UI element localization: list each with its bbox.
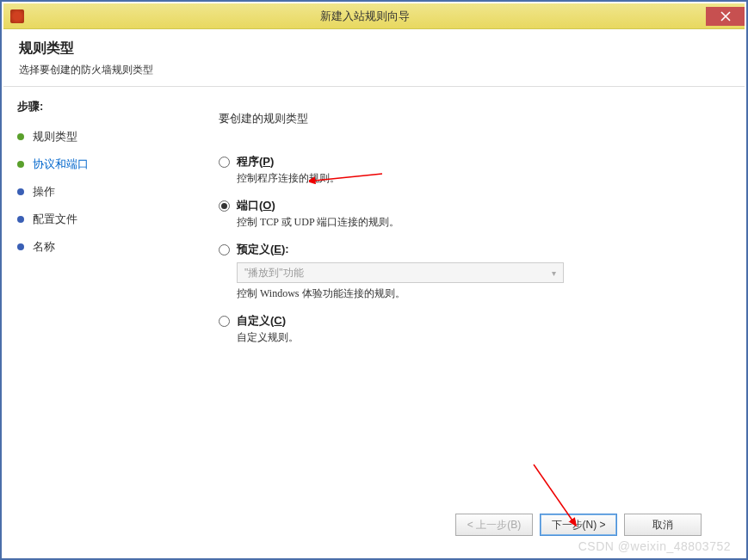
option-port-label: 端口(O) <box>237 198 275 213</box>
step-label: 配置文件 <box>33 212 77 227</box>
step-profile[interactable]: 配置文件 <box>17 206 176 233</box>
option-predefined-label: 预定义(E): <box>237 242 289 257</box>
radio-predefined[interactable] <box>219 244 230 255</box>
option-program-desc: 控制程序连接的规则。 <box>237 171 719 186</box>
step-rule-type[interactable]: 规则类型 <box>17 123 176 151</box>
step-bullet-icon <box>17 161 24 168</box>
predefined-dropdown[interactable]: "播放到"功能 ▾ <box>237 262 564 283</box>
main-prompt: 要创建的规则类型 <box>219 111 719 126</box>
step-label: 协议和端口 <box>33 157 89 172</box>
option-custom-label: 自定义(C) <box>237 313 286 329</box>
option-custom-desc: 自定义规则。 <box>237 330 719 345</box>
header-section: 规则类型 选择要创建的防火墙规则类型 <box>3 29 745 87</box>
step-protocol-port[interactable]: 协议和端口 <box>17 151 176 178</box>
app-icon <box>10 9 24 23</box>
titlebar: 新建入站规则向导 <box>3 3 745 29</box>
option-predefined-desc: 控制 Windows 体验功能连接的规则。 <box>237 286 719 301</box>
window-title: 新建入站规则向导 <box>24 9 706 24</box>
page-subtitle: 选择要创建的防火墙规则类型 <box>19 63 729 77</box>
option-port-group: 端口(O) 控制 TCP 或 UDP 端口连接的规则。 <box>219 198 719 230</box>
step-name[interactable]: 名称 <box>17 233 176 261</box>
steps-label: 步骤: <box>17 99 176 114</box>
step-bullet-icon <box>17 216 24 223</box>
wizard-window: 新建入站规则向导 规则类型 选择要创建的防火墙规则类型 步骤: 规则类型 协议和… <box>3 3 745 555</box>
step-bullet-icon <box>17 243 24 250</box>
step-label: 操作 <box>33 184 55 200</box>
close-button[interactable] <box>706 7 745 26</box>
footer-buttons: < 上一步(B) 下一步(N) > 取消 <box>219 503 719 546</box>
dropdown-value: "播放到"功能 <box>244 266 304 280</box>
main-panel: 要创建的规则类型 程序(P) 控制程序连接的规则。 端口(O) 控制 TCP 或… <box>184 87 745 555</box>
radio-program[interactable] <box>219 157 230 168</box>
cancel-button[interactable]: 取消 <box>624 514 702 536</box>
step-bullet-icon <box>17 133 24 140</box>
page-title: 规则类型 <box>19 40 729 58</box>
chevron-down-icon: ▾ <box>552 268 556 278</box>
close-icon <box>720 11 731 22</box>
step-label: 名称 <box>33 239 55 255</box>
option-program-label: 程序(P) <box>237 154 274 169</box>
step-label: 规则类型 <box>33 129 77 145</box>
next-button[interactable]: 下一步(N) > <box>540 514 617 536</box>
back-button: < 上一步(B) <box>455 514 533 536</box>
radio-port[interactable] <box>219 200 230 212</box>
step-bullet-icon <box>17 188 24 195</box>
option-program-group: 程序(P) 控制程序连接的规则。 <box>219 154 719 186</box>
radio-custom[interactable] <box>219 316 230 327</box>
option-custom-group: 自定义(C) 自定义规则。 <box>219 313 719 345</box>
step-action[interactable]: 操作 <box>17 178 176 206</box>
option-port-desc: 控制 TCP 或 UDP 端口连接的规则。 <box>237 215 719 230</box>
option-predefined-group: 预定义(E): "播放到"功能 ▾ 控制 Windows 体验功能连接的规则。 <box>219 242 719 301</box>
steps-sidebar: 步骤: 规则类型 协议和端口 操作 配置文件 名称 <box>3 87 184 555</box>
